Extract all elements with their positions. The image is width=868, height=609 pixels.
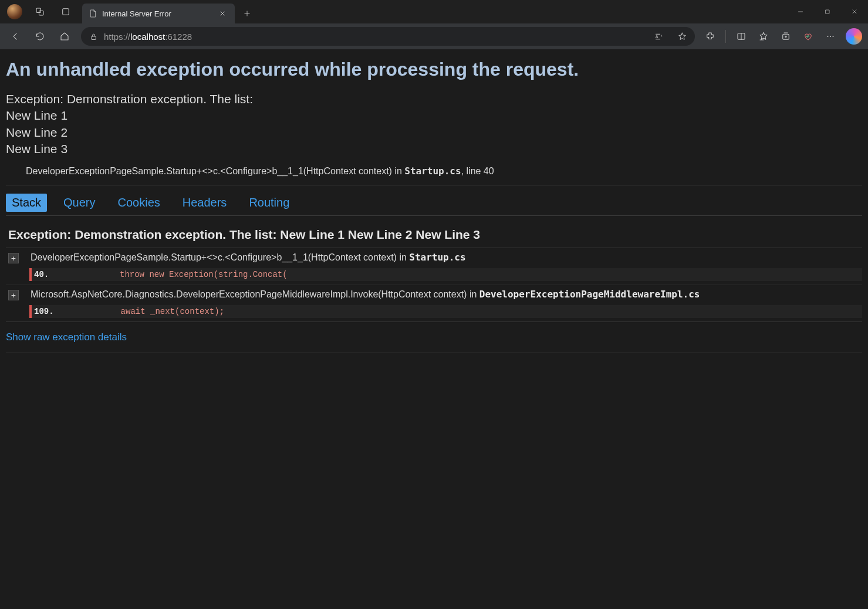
code-text: throw new Exception(string.Concat( xyxy=(55,270,288,279)
home-button[interactable] xyxy=(53,26,76,47)
window-close-button[interactable] xyxy=(841,0,868,23)
reader-mode-icon[interactable]: A xyxy=(648,27,669,46)
stack-frame: + DeveloperExceptionPageSample.Startup+<… xyxy=(6,248,862,285)
frame-location: DeveloperExceptionPageSample.Startup+<>c… xyxy=(25,252,466,263)
svg-text:A: A xyxy=(655,34,658,39)
svg-point-8 xyxy=(828,36,829,37)
page-title: An unhandled exception occurred while pr… xyxy=(6,59,862,80)
tab-title: Internal Server Error xyxy=(102,9,171,18)
tab-close-button[interactable] xyxy=(216,7,229,20)
svg-point-10 xyxy=(833,36,834,37)
line-number: 109. xyxy=(32,307,56,316)
collections-icon[interactable] xyxy=(775,27,796,46)
frame-code-line: 109. await _next(context); xyxy=(29,305,862,318)
detail-tabs: Stack Query Cookies Headers Routing xyxy=(6,189,862,216)
favorite-icon[interactable] xyxy=(671,27,693,46)
svg-rect-2 xyxy=(63,9,69,15)
window-minimize-button[interactable] xyxy=(787,0,814,23)
address-bar: https://localhost:61228 A xyxy=(0,23,868,49)
favorites-list-icon[interactable] xyxy=(753,27,774,46)
frame-code-line: 40. throw new Exception(string.Concat( xyxy=(29,268,862,281)
tab-actions-icon[interactable] xyxy=(54,0,77,23)
window-maximize-button[interactable] xyxy=(814,0,841,23)
separator xyxy=(6,185,862,185)
svg-rect-1 xyxy=(39,11,44,16)
exception-heading: Exception: Demonstration exception. The … xyxy=(8,228,862,242)
code-text: await _next(context); xyxy=(56,307,224,316)
performance-icon[interactable] xyxy=(798,27,819,46)
copilot-icon[interactable] xyxy=(846,28,862,45)
extensions-icon[interactable] xyxy=(700,27,721,46)
expand-frame-button[interactable]: + xyxy=(8,290,19,300)
new-tab-button[interactable] xyxy=(237,4,257,23)
page-content: An unhandled exception occurred while pr… xyxy=(0,49,868,609)
svg-rect-0 xyxy=(36,8,41,13)
browser-tab[interactable]: Internal Server Error xyxy=(82,4,235,23)
exception-source: DeveloperExceptionPageSample.Startup+<>c… xyxy=(6,165,862,177)
more-icon[interactable] xyxy=(820,27,841,46)
tab-query[interactable]: Query xyxy=(58,194,101,212)
exception-message: Exception: Demonstration exception. The … xyxy=(6,91,862,157)
line-number: 40. xyxy=(32,270,55,279)
tab-routing[interactable]: Routing xyxy=(243,194,295,212)
stack-frames: + DeveloperExceptionPageSample.Startup+<… xyxy=(6,248,862,322)
titlebar: Internal Server Error xyxy=(0,0,868,23)
tab-cookies[interactable]: Cookies xyxy=(112,194,166,212)
refresh-button[interactable] xyxy=(28,26,52,47)
stack-frame: + Microsoft.AspNetCore.Diagnostics.Devel… xyxy=(6,285,862,318)
workspaces-icon[interactable] xyxy=(28,0,52,23)
svg-rect-4 xyxy=(92,36,96,39)
document-icon xyxy=(88,9,97,18)
tab-stack[interactable]: Stack xyxy=(6,194,47,212)
url-text: https://localhost:61228 xyxy=(104,32,192,42)
svg-rect-3 xyxy=(826,10,829,13)
url-input[interactable]: https://localhost:61228 A xyxy=(81,27,695,46)
show-raw-link[interactable]: Show raw exception details xyxy=(6,331,127,343)
svg-point-9 xyxy=(830,36,831,37)
split-screen-icon[interactable] xyxy=(731,27,752,46)
frame-location: Microsoft.AspNetCore.Diagnostics.Develop… xyxy=(25,289,700,300)
lock-icon xyxy=(89,32,98,41)
separator xyxy=(6,353,862,353)
expand-frame-button[interactable]: + xyxy=(8,253,19,263)
tab-headers[interactable]: Headers xyxy=(177,194,233,212)
profile-avatar[interactable] xyxy=(7,4,22,19)
toolbar-divider xyxy=(725,30,726,43)
back-button[interactable] xyxy=(4,26,27,47)
